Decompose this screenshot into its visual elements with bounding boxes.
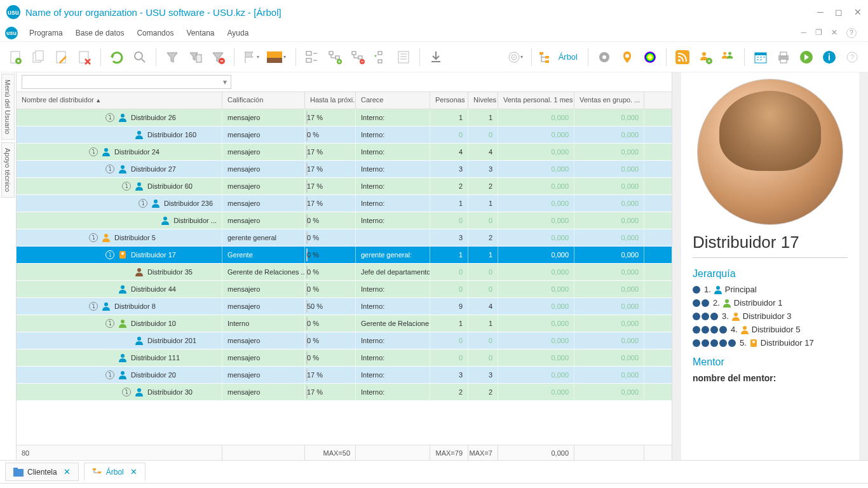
- target-button[interactable]: ▾: [506, 48, 525, 67]
- expand-icon[interactable]: ⤵: [105, 165, 114, 173]
- table-row[interactable]: Distribuidor 160mensajero0 %Interno:000,…: [17, 126, 672, 144]
- col-niveles[interactable]: Niveles: [468, 92, 498, 109]
- filter-edit-button[interactable]: [186, 48, 205, 67]
- table-row[interactable]: ⤵Distribuidor 60mensajero17 %Interno:220…: [17, 178, 672, 195]
- table-row[interactable]: Distribuidor 44mensajero0 %Interno:000,0…: [17, 281, 672, 298]
- expand-icon[interactable]: ⤵: [105, 319, 114, 328]
- menu-programa[interactable]: Programa: [23, 26, 69, 40]
- print-button[interactable]: [774, 48, 793, 67]
- cell-vp: 0,000: [498, 247, 574, 263]
- download-button[interactable]: [426, 48, 445, 67]
- table-row[interactable]: ⤵Distribuidor 27mensajero17 %Interno:330…: [17, 161, 672, 178]
- maximize-icon[interactable]: ◻: [835, 7, 843, 17]
- gear-button[interactable]: [595, 48, 614, 67]
- hierarchy-item[interactable]: 3.Distribuidor 3: [693, 311, 848, 321]
- mdi-minimize-icon[interactable]: ─: [801, 28, 806, 38]
- filter-clear-button[interactable]: [208, 48, 227, 67]
- color-button[interactable]: [641, 48, 660, 67]
- image-button[interactable]: ▾: [264, 48, 289, 67]
- minimize-icon[interactable]: ─: [817, 7, 824, 17]
- delete-doc-button[interactable]: [75, 48, 94, 67]
- expand-icon[interactable]: ⤵: [122, 182, 131, 191]
- table-row[interactable]: ⤵Distribuidor 17Gerente0 %gerente genera…: [17, 247, 672, 264]
- expand-icon[interactable]: ⤵: [122, 388, 131, 396]
- expand-icon[interactable]: ⤵: [89, 147, 98, 156]
- table-row[interactable]: ⤵Distribuidor 5gerente general0 %320,000…: [17, 229, 672, 247]
- pin-button[interactable]: [618, 48, 637, 67]
- tab-close-icon[interactable]: ✕: [64, 467, 71, 477]
- tab-arbol[interactable]: Árbol ✕: [84, 463, 146, 481]
- expand-icon[interactable]: ⤵: [89, 302, 98, 311]
- expand-icon[interactable]: ⤵: [105, 370, 114, 379]
- col-carece[interactable]: Carece: [356, 92, 430, 109]
- col-hasta[interactable]: Hasta la próxi...: [305, 92, 356, 109]
- table-row[interactable]: Distribuidor 201mensajero0 %Interno:000,…: [17, 332, 672, 349]
- table-row[interactable]: Distribuidor 111mensajero0 %Interno:000,…: [17, 349, 672, 367]
- flag-button[interactable]: ▾: [241, 48, 260, 67]
- search-button[interactable]: [130, 48, 149, 67]
- side-tab-usermenu[interactable]: Menú del Usuario: [1, 74, 15, 140]
- menu-ventana[interactable]: Ventana: [180, 26, 220, 40]
- cell-name: ⤵Distribuidor 5: [17, 229, 222, 246]
- col-calification[interactable]: Calificación: [222, 92, 305, 109]
- hierarchy-item[interactable]: 5.Distribuidor 17: [693, 338, 848, 348]
- hierarchy-label: Distribuidor 3: [743, 311, 792, 321]
- col-personas[interactable]: Personas: [430, 92, 468, 109]
- edit-doc-button[interactable]: [52, 48, 71, 67]
- hierarchy-item[interactable]: 2.Distribuidor 1: [693, 298, 848, 308]
- hierarchy-person-icon: [722, 299, 731, 308]
- menu-basedatos[interactable]: Base de datos: [69, 26, 131, 40]
- table-row[interactable]: ⤵Distribuidor 10Interno0 %Gerente de Rel…: [17, 315, 672, 332]
- col-venta-grupo[interactable]: Ventas en grupo. ...: [574, 92, 644, 109]
- user-add-button[interactable]: [696, 48, 715, 67]
- table-row[interactable]: ⤵Distribuidor 236mensajero17 %Interno:11…: [17, 195, 672, 212]
- tab-close-icon[interactable]: ✕: [130, 467, 137, 477]
- hierarchy-item[interactable]: 4.Distribuidor 5: [693, 325, 848, 334]
- rss-button[interactable]: [673, 48, 692, 67]
- new-doc-button[interactable]: [6, 48, 25, 67]
- expand-icon[interactable]: ⤵: [139, 199, 147, 208]
- expand-icon[interactable]: ⤵: [105, 113, 114, 122]
- tree-expand-button[interactable]: [325, 48, 344, 67]
- close-icon[interactable]: ✕: [854, 7, 862, 17]
- table-row[interactable]: ⤵Distribuidor 24mensajero17 %Interno:440…: [17, 144, 672, 161]
- copy-doc-button[interactable]: [29, 48, 48, 67]
- tab-clientela[interactable]: Clientela ✕: [5, 463, 79, 481]
- tree-remove-button[interactable]: [348, 48, 367, 67]
- grid-scrollbar[interactable]: [672, 72, 681, 460]
- mdi-help-icon[interactable]: ?: [846, 28, 857, 38]
- tree-collapse-button[interactable]: [302, 48, 322, 67]
- expand-icon[interactable]: ⤵: [89, 233, 98, 242]
- menu-ayuda[interactable]: Ayuda: [221, 26, 255, 40]
- table-row[interactable]: ⤵Distribuidor 30mensajero17 %Interno:220…: [17, 384, 672, 401]
- col-venta-personal[interactable]: Venta personal. 1 mes: [498, 92, 574, 109]
- filter-combo[interactable]: ▾: [22, 75, 231, 89]
- expand-icon[interactable]: ⤵: [105, 250, 114, 259]
- hierarchy-item[interactable]: 1.Principal: [693, 285, 848, 294]
- table-row[interactable]: ⤵Distribuidor 8mensajero50 %Interno:940,…: [17, 298, 672, 315]
- cell-cal: mensajero: [222, 109, 305, 126]
- cell-cal: mensajero: [222, 332, 305, 349]
- mdi-restore-icon[interactable]: ❐: [815, 28, 822, 38]
- table-row[interactable]: Distribuidor ...mensajero0 %Interno:000,…: [17, 212, 672, 229]
- list-button[interactable]: [394, 48, 413, 67]
- grid-body[interactable]: ⤵Distribuidor 26mensajero17 %Interno:110…: [17, 109, 672, 445]
- info-button[interactable]: i: [820, 48, 839, 67]
- col-name[interactable]: Nombre del distribuidor: [17, 92, 222, 109]
- mdi-close-icon[interactable]: ✕: [831, 28, 837, 38]
- menu-comandos[interactable]: Comandos: [130, 26, 180, 40]
- refresh-button[interactable]: [107, 48, 126, 67]
- users-button[interactable]: [719, 48, 738, 67]
- cell-name: Distribuidor 35: [17, 264, 222, 280]
- tree-view-button[interactable]: [538, 48, 551, 67]
- calendar-button[interactable]: [751, 48, 770, 67]
- filter-button[interactable]: [163, 48, 182, 67]
- help-button[interactable]: ?: [843, 48, 862, 67]
- panel-scrollbar[interactable]: [859, 72, 868, 460]
- table-row[interactable]: ⤵Distribuidor 20mensajero17 %Interno:330…: [17, 367, 672, 384]
- tree-up-button[interactable]: [371, 48, 390, 67]
- go-button[interactable]: [797, 48, 816, 67]
- table-row[interactable]: ⤵Distribuidor 26mensajero17 %Interno:110…: [17, 109, 672, 126]
- side-tab-support[interactable]: Apoyo técnico: [1, 142, 15, 198]
- table-row[interactable]: Distribuidor 35Gerente de Relaciones ...…: [17, 264, 672, 281]
